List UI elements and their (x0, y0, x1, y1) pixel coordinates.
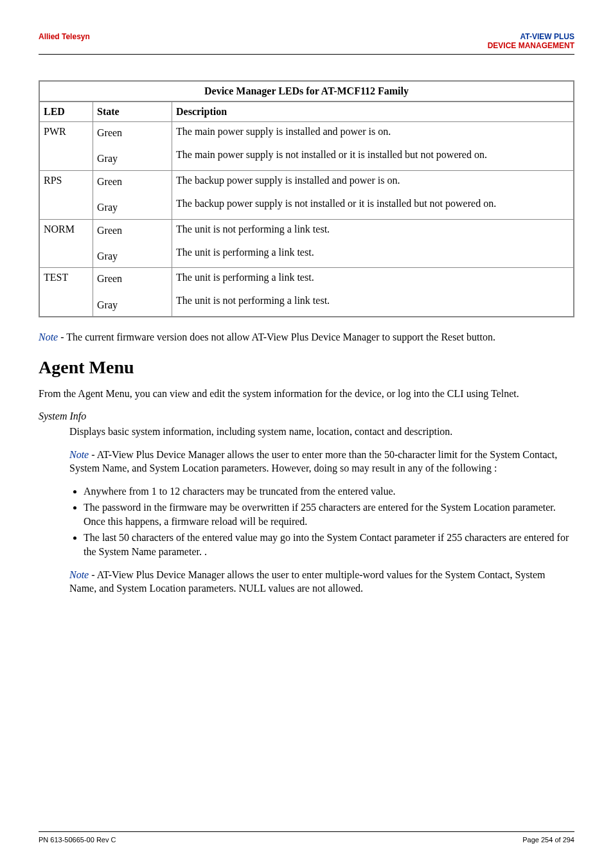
table-row: PWR Green Gray The main power supply is … (39, 122, 574, 171)
system-info-description: Displays basic system information, inclu… (69, 425, 574, 439)
th-description: Description (172, 102, 574, 122)
table-header-row: LED State Description (39, 102, 574, 122)
desc-text: The unit is performing a link test. (176, 272, 314, 283)
table-caption: Device Manager LEDs for AT-MCF112 Family (39, 80, 574, 101)
header-section: AT-VIEW PLUS DEVICE MANAGEMENT (488, 32, 574, 50)
state-value: Gray (97, 249, 168, 263)
desc-text: The unit is not performing a link test. (176, 295, 569, 306)
cell-state: Green Gray (93, 170, 172, 219)
list-item: Anywhere from 1 to 12 characters may be … (84, 484, 574, 499)
note-label: Note (69, 569, 89, 580)
note-paragraph: Note - AT-View Plus Device Manager allow… (69, 448, 574, 475)
state-value: Gray (97, 200, 168, 215)
note-paragraph: Note - AT-View Plus Device Manager allow… (69, 568, 574, 596)
cell-state: Green Gray (93, 122, 172, 171)
cell-led: RPS (39, 170, 93, 219)
page-footer: PN 613-50665-00 Rev C Page 254 of 294 (39, 831, 574, 844)
agent-menu-heading: Agent Menu (39, 357, 574, 378)
list-item: The last 50 characters of the entered va… (84, 531, 574, 558)
cell-description: The unit is not performing a link test. … (172, 219, 574, 268)
cell-led: TEST (39, 268, 93, 317)
table-row: RPS Green Gray The backup power supply i… (39, 170, 574, 219)
note-paragraph: Note - The current firmware version does… (39, 330, 574, 344)
state-value: Green (97, 127, 122, 138)
state-value: Green (97, 225, 122, 236)
list-item: The password in the firmware may be over… (84, 500, 574, 528)
cell-led: NORM (39, 219, 93, 268)
desc-text: The main power supply is installed and p… (176, 126, 391, 137)
cell-description: The main power supply is installed and p… (172, 122, 574, 171)
footer-pn: PN 613-50665-00 Rev C (39, 836, 116, 844)
table-row: NORM Green Gray The unit is not performi… (39, 219, 574, 268)
bullet-list: Anywhere from 1 to 12 characters may be … (39, 484, 574, 559)
header-subsection: DEVICE MANAGEMENT (488, 41, 574, 50)
th-state: State (93, 102, 172, 122)
footer-page-number: Page 254 of 294 (522, 836, 574, 844)
cell-description: The unit is performing a link test. The … (172, 268, 574, 317)
page-header: Allied Telesyn AT-VIEW PLUS DEVICE MANAG… (39, 32, 574, 50)
desc-text: The unit is performing a link test. (176, 247, 569, 258)
note-label: Note (69, 449, 89, 460)
agent-menu-intro: From the Agent Menu, you can view and ed… (39, 387, 574, 401)
cell-led: PWR (39, 122, 93, 171)
system-info-label: System Info (39, 409, 574, 423)
cell-state: Green Gray (93, 268, 172, 317)
note-text: - AT-View Plus Device Manager allows the… (69, 449, 557, 474)
device-manager-leds-table: Device Manager LEDs for AT-MCF112 Family… (39, 80, 574, 317)
table-row: TEST Green Gray The unit is performing a… (39, 268, 574, 317)
note-text: - AT-View Plus Device Manager allows the… (69, 569, 546, 594)
state-value: Green (97, 176, 122, 187)
state-value: Green (97, 273, 122, 284)
desc-text: The backup power supply is not installed… (176, 198, 569, 209)
cell-state: Green Gray (93, 219, 172, 268)
desc-text: The main power supply is not installed o… (176, 149, 569, 161)
state-value: Gray (97, 298, 168, 312)
header-product: AT-VIEW PLUS (488, 32, 574, 41)
note-label: Note (39, 332, 58, 342)
desc-text: The backup power supply is installed and… (176, 175, 400, 186)
th-led: LED (39, 102, 93, 122)
desc-text: The unit is not performing a link test. (176, 224, 330, 235)
header-brand: Allied Telesyn (39, 32, 90, 50)
state-value: Gray (97, 152, 168, 166)
cell-description: The backup power supply is installed and… (172, 170, 574, 219)
header-rule (39, 54, 574, 55)
note-text: - The current firmware version does not … (58, 332, 495, 342)
